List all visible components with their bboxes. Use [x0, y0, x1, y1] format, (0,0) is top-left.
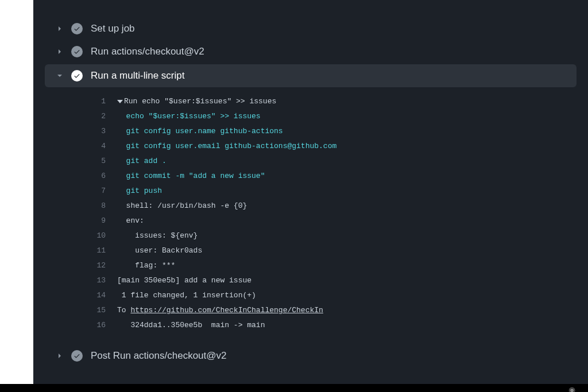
- line-number: 13: [85, 273, 106, 288]
- log-line: 5 git add .: [85, 154, 577, 169]
- log-line: 7 git push: [85, 184, 577, 199]
- line-number: 2: [85, 109, 106, 124]
- line-number: 10: [85, 228, 106, 243]
- log-text: echo "$user:$issues" >> issues: [117, 109, 261, 124]
- log-line: 2 echo "$user:$issues" >> issues: [85, 109, 577, 124]
- check-icon: [71, 350, 83, 362]
- log-line: 13 [main 350ee5b] add a new issue: [85, 273, 577, 288]
- caret-down-icon: [117, 100, 123, 103]
- repo-url-link[interactable]: https://github.com/CheckInChallenge/Chec…: [130, 306, 323, 315]
- log-output: 1 Run echo "$user:$issues" >> issues 2 e…: [33, 88, 588, 344]
- log-line: 9 env:: [85, 214, 577, 228]
- check-icon: [71, 70, 83, 81]
- log-text: To https://github.com/CheckInChallenge/C…: [117, 303, 323, 318]
- log-text: 324dda1..350ee5b main -> main: [117, 318, 265, 333]
- line-number: 6: [85, 169, 106, 184]
- check-icon: [71, 23, 83, 34]
- line-number: 7: [85, 184, 106, 199]
- log-line: 11 user: Backr0ads: [85, 243, 577, 258]
- chevron-right-icon: [55, 47, 64, 56]
- log-text: git add .: [117, 154, 167, 169]
- step-label: Run a multi-line script: [91, 70, 184, 81]
- log-text: Run echo "$user:$issues" >> issues: [117, 94, 276, 109]
- log-text: [main 350ee5b] add a new issue: [117, 273, 252, 288]
- os-taskbar: ◉: [0, 384, 588, 392]
- line-number: 8: [85, 199, 106, 214]
- chevron-down-icon: [55, 71, 64, 80]
- log-text: flag: ***: [117, 258, 175, 273]
- left-sidebar: [0, 0, 33, 392]
- log-line: 6 git commit -m "add a new issue": [85, 169, 577, 184]
- line-number: 3: [85, 124, 106, 139]
- line-number: 5: [85, 154, 106, 169]
- chevron-right-icon: [55, 351, 64, 360]
- line-number: 14: [85, 288, 106, 303]
- log-line: 10 issues: ${env}: [85, 228, 577, 243]
- log-text: git config user.email github-actions@git…: [117, 139, 336, 154]
- log-text: git config user.name github-actions: [117, 124, 283, 139]
- log-text: 1 file changed, 1 insertion(+): [117, 288, 256, 303]
- line-number: 15: [85, 303, 106, 318]
- log-line: 8 shell: /usr/bin/bash -e {0}: [85, 199, 577, 214]
- taskbar-tray: ◉: [568, 385, 577, 391]
- step-checkout[interactable]: Run actions/checkout@v2: [33, 40, 588, 63]
- log-line: 4 git config user.email github-actions@g…: [85, 139, 577, 154]
- step-label: Set up job: [91, 23, 135, 34]
- line-number: 1: [85, 94, 106, 109]
- step-multiline-script[interactable]: Run a multi-line script: [45, 64, 577, 87]
- log-line: 16 324dda1..350ee5b main -> main: [85, 318, 577, 333]
- log-text: env:: [117, 214, 144, 228]
- line-number: 4: [85, 139, 106, 154]
- line-number: 16: [85, 318, 106, 333]
- step-label: Run actions/checkout@v2: [91, 46, 204, 57]
- log-line: 14 1 file changed, 1 insertion(+): [85, 288, 577, 303]
- log-line: 12 flag: ***: [85, 258, 577, 273]
- tray-icon[interactable]: ◉: [568, 385, 577, 391]
- chevron-right-icon: [55, 24, 64, 33]
- log-line: 15 To https://github.com/CheckInChalleng…: [85, 303, 577, 318]
- log-line[interactable]: 1 Run echo "$user:$issues" >> issues: [85, 94, 577, 109]
- line-number: 12: [85, 258, 106, 273]
- log-text: shell: /usr/bin/bash -e {0}: [117, 199, 247, 214]
- log-line: 3 git config user.name github-actions: [85, 124, 577, 139]
- line-number: 9: [85, 214, 106, 228]
- step-setup-job[interactable]: Set up job: [33, 17, 588, 40]
- line-number: 11: [85, 243, 106, 258]
- step-post-checkout[interactable]: Post Run actions/checkout@v2: [33, 344, 588, 367]
- log-text: git commit -m "add a new issue": [117, 169, 265, 184]
- log-text: git push: [117, 184, 162, 199]
- workflow-log-panel: Set up job Run actions/checkout@v2 Run a…: [33, 0, 588, 392]
- check-icon: [71, 46, 83, 57]
- log-text: user: Backr0ads: [117, 243, 202, 258]
- log-text: issues: ${env}: [117, 228, 198, 243]
- step-label: Post Run actions/checkout@v2: [91, 350, 227, 362]
